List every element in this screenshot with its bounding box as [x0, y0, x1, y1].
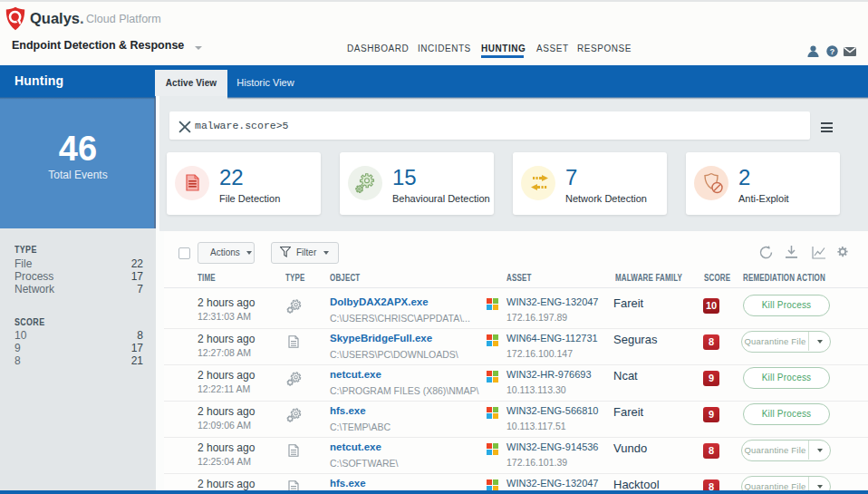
svg-text:?: ?: [830, 47, 835, 56]
